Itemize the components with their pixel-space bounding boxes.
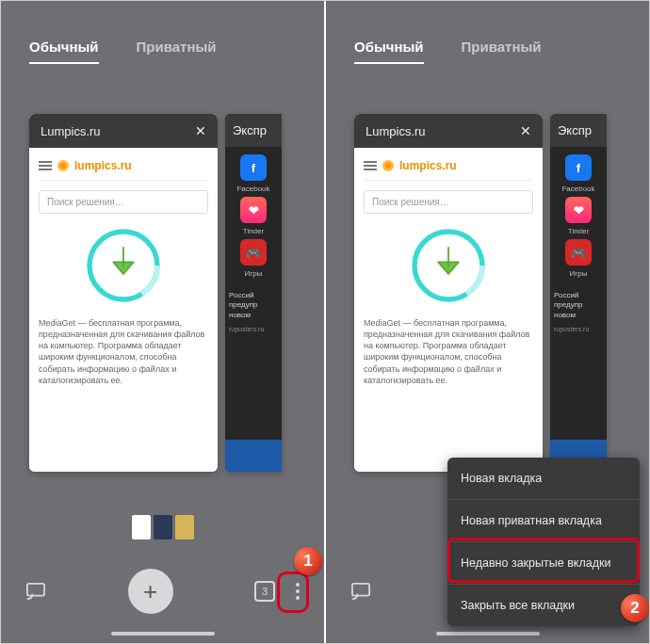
article-text: MediaGet — бесплатная программа, предназ… bbox=[39, 317, 208, 386]
close-tab-icon[interactable]: ✕ bbox=[520, 123, 531, 138]
svg-rect-5 bbox=[352, 584, 369, 596]
thumbnail[interactable] bbox=[175, 515, 194, 539]
mode-private[interactable]: Приватный bbox=[462, 39, 542, 64]
tab-card-title: Экспр bbox=[558, 123, 592, 137]
menu-new-private-tab[interactable]: Новая приватная вкладка bbox=[447, 499, 640, 541]
thumbnail[interactable] bbox=[154, 515, 172, 539]
tab-card-title: Lumpics.ru bbox=[41, 124, 101, 138]
bottom-toolbar: + 3 bbox=[1, 564, 324, 619]
tab-thumbnails[interactable] bbox=[132, 515, 194, 539]
tab-card-title: Экспр bbox=[233, 123, 267, 137]
cast-icon[interactable] bbox=[350, 581, 371, 602]
news-snippet: Россий предупр новом bbox=[225, 285, 282, 326]
highlight-recent-closed bbox=[447, 538, 640, 583]
games-icon: 🎮 bbox=[240, 239, 267, 266]
site-brand: lumpics.ru bbox=[74, 159, 132, 172]
facebook-icon: f bbox=[240, 154, 267, 181]
facebook-icon: f bbox=[565, 154, 592, 181]
tinder-icon: ❤ bbox=[565, 197, 592, 223]
screenshot-right: Обычный Приватный Lumpics.ru ✕ lumpics.r… bbox=[324, 1, 649, 643]
news-source: ruposters.ru bbox=[550, 326, 607, 332]
highlight-kebab bbox=[277, 572, 309, 613]
new-tab-button[interactable]: + bbox=[128, 569, 173, 614]
tab-mode-switcher: Обычный Приватный bbox=[326, 29, 649, 72]
home-indicator bbox=[111, 632, 215, 636]
menu-close-all[interactable]: Закрыть все вкладки bbox=[447, 584, 640, 626]
mode-normal[interactable]: Обычный bbox=[29, 39, 99, 64]
tab-card-lumpics[interactable]: Lumpics.ru ✕ lumpics.ru Поиск решения… bbox=[29, 114, 218, 472]
tab-card-express[interactable]: Экспр f Facebook ❤ Tinder 🎮 Игры Россий … bbox=[225, 114, 282, 472]
search-input[interactable]: Поиск решения… bbox=[39, 190, 208, 214]
article-text: MediaGet — бесплатная программа, предназ… bbox=[364, 317, 533, 386]
hamburger-icon bbox=[364, 161, 377, 170]
ad-banner bbox=[225, 440, 282, 472]
search-input[interactable]: Поиск решения… bbox=[364, 190, 533, 214]
menu-new-tab[interactable]: Новая вкладка bbox=[447, 458, 640, 499]
games-icon: 🎮 bbox=[565, 239, 592, 266]
svg-rect-2 bbox=[27, 584, 44, 596]
thumbnail[interactable] bbox=[132, 515, 151, 539]
site-brand: lumpics.ru bbox=[399, 159, 457, 172]
home-indicator bbox=[436, 632, 540, 636]
tinder-icon: ❤ bbox=[240, 197, 267, 223]
tab-card-express[interactable]: Экспр f Facebook ❤ Tinder 🎮 Игры Россий … bbox=[550, 114, 607, 472]
step-badge-1: 1 bbox=[294, 547, 322, 575]
tab-count-button[interactable]: 3 bbox=[254, 581, 275, 602]
tab-card-lumpics[interactable]: Lumpics.ru ✕ lumpics.ru Поиск решения… bbox=[354, 114, 543, 472]
close-tab-icon[interactable]: ✕ bbox=[195, 123, 206, 138]
cast-icon[interactable] bbox=[25, 581, 46, 602]
site-logo-icon bbox=[382, 160, 394, 171]
step-badge-2: 2 bbox=[621, 594, 649, 622]
mode-normal[interactable]: Обычный bbox=[354, 39, 424, 64]
hamburger-icon bbox=[39, 161, 52, 170]
download-icon bbox=[81, 223, 166, 308]
tab-card-title: Lumpics.ru bbox=[366, 124, 426, 138]
news-snippet: Россий предупр новом bbox=[550, 285, 607, 326]
mode-private[interactable]: Приватный bbox=[137, 39, 217, 64]
site-logo-icon bbox=[57, 160, 69, 171]
news-source: ruposters.ru bbox=[225, 326, 282, 332]
download-icon bbox=[406, 223, 491, 308]
screenshot-left: Обычный Приватный Lumpics.ru ✕ lumpics.r… bbox=[1, 1, 324, 643]
tab-mode-switcher: Обычный Приватный bbox=[1, 29, 324, 72]
